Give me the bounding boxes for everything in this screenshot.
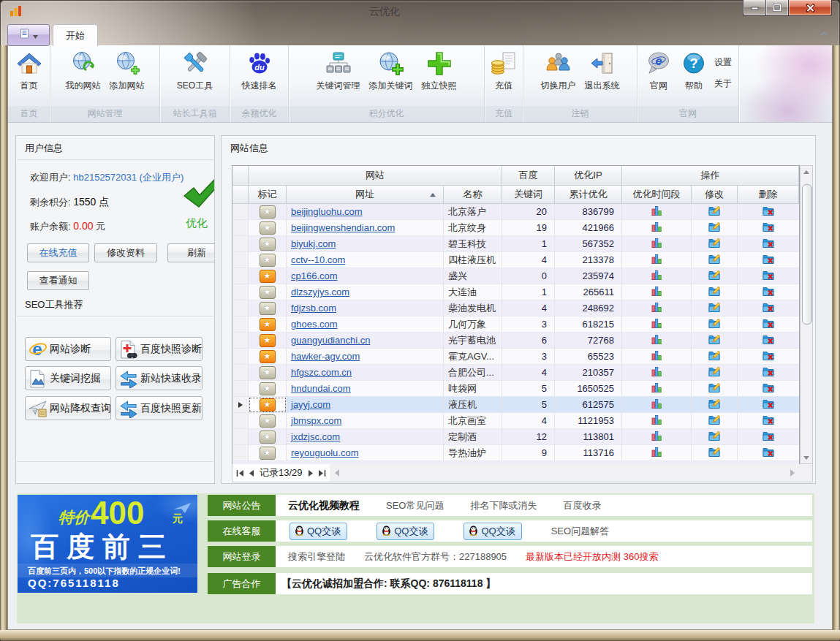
bottom-link[interactable]: 排名下降或消失	[470, 499, 537, 512]
star-toggle[interactable]: ★	[260, 366, 276, 379]
delete-icon[interactable]	[763, 382, 774, 396]
delete-icon[interactable]	[763, 365, 774, 380]
table-row[interactable]: ★biyukj.com碧玉科技1567352	[232, 236, 799, 252]
star-toggle[interactable]: ★	[260, 350, 276, 363]
edit-icon[interactable]	[708, 349, 720, 364]
pager-prev-button[interactable]	[247, 469, 255, 477]
site-url-link[interactable]: guangyudianchi.cn	[291, 335, 370, 346]
table-row[interactable]: ★hndundai.com吨袋网51650525	[232, 381, 799, 397]
time-chart-icon[interactable]	[651, 253, 662, 268]
time-chart-icon[interactable]	[651, 285, 662, 300]
edit-icon[interactable]	[708, 398, 720, 412]
ribbon-button-fast-rank[interactable]: du快速排名	[238, 47, 281, 105]
edit-icon[interactable]	[708, 317, 720, 332]
star-toggle[interactable]: ★	[260, 254, 276, 267]
edit-icon[interactable]	[708, 446, 720, 460]
edit-icon[interactable]	[708, 269, 720, 284]
time-chart-icon[interactable]	[651, 237, 662, 251]
app-menu-button[interactable]	[7, 24, 50, 46]
ribbon-button-add-site[interactable]: 添加网站	[105, 47, 149, 105]
ribbon-button-add-keyword[interactable]: 添加关键词	[365, 47, 417, 105]
time-chart-icon[interactable]	[651, 414, 662, 428]
delete-icon[interactable]	[763, 446, 774, 460]
delete-icon[interactable]	[763, 269, 774, 284]
star-toggle[interactable]: ★	[260, 398, 276, 411]
time-chart-icon[interactable]	[651, 430, 662, 444]
column-header-6[interactable]: 修改	[692, 186, 738, 204]
time-chart-icon[interactable]	[651, 317, 662, 332]
star-toggle[interactable]: ★	[260, 270, 276, 283]
star-toggle[interactable]: ★	[260, 431, 276, 444]
column-header-7[interactable]: 删除	[738, 186, 799, 204]
ribbon-collapse-icon[interactable]	[817, 29, 830, 39]
site-url-link[interactable]: beijingwenshendian.com	[291, 222, 395, 233]
column-header-5[interactable]: 优化时间段	[622, 186, 692, 204]
pager-next-button[interactable]	[307, 469, 315, 477]
table-row[interactable]: ★cctv--10.com四柱液压机4213378	[232, 252, 799, 268]
ribbon-button-home[interactable]: 首页	[12, 47, 47, 105]
site-url-link[interactable]: hndundai.com	[291, 383, 351, 394]
bottom-link[interactable]: 搜索引擎登陆	[288, 550, 345, 564]
table-row[interactable]: ★jxdzjsc.com定制酒12113801	[232, 429, 799, 445]
bottom-link[interactable]: SEO常见问题	[386, 499, 444, 512]
bottom-link[interactable]: 最新版本已经开放内测 360搜索	[526, 550, 658, 564]
minimize-button[interactable]	[743, 0, 765, 16]
time-chart-icon[interactable]	[651, 269, 662, 284]
ribbon-button-official-site[interactable]: e官网	[641, 47, 676, 105]
site-url-link[interactable]: fdjzsb.com	[291, 303, 336, 314]
time-chart-icon[interactable]	[651, 365, 662, 380]
delete-icon[interactable]	[763, 333, 774, 348]
star-toggle[interactable]: ★	[260, 414, 276, 428]
edit-icon[interactable]	[708, 285, 720, 300]
star-toggle[interactable]: ★	[260, 221, 276, 235]
site-downgrade-check-button[interactable]: 网站降权查询	[25, 396, 111, 420]
edit-icon[interactable]	[708, 205, 720, 219]
new-site-index-button[interactable]: 新站快速收录	[116, 366, 203, 390]
ribbon-button-switch-user[interactable]: 切换用户	[537, 47, 580, 105]
star-toggle[interactable]: ★	[260, 447, 276, 460]
table-row[interactable]: ★hawker-agv.com霍克AGV...365523	[232, 349, 799, 365]
site-url-link[interactable]: dlzszyjys.com	[291, 287, 349, 297]
site-url-link[interactable]: jbmspx.com	[291, 415, 341, 426]
time-chart-icon[interactable]	[651, 333, 662, 348]
ribbon-button-recharge[interactable]: 充值	[486, 47, 521, 105]
edit-icon[interactable]	[708, 414, 720, 428]
baidu-snapshot-diagnose-button[interactable]: 百度快照诊断	[116, 337, 203, 361]
delete-icon[interactable]	[763, 285, 774, 300]
table-row[interactable]: ★guangyudianchi.cn光宇蓄电池672768	[232, 333, 799, 349]
table-row[interactable]: ★beijingwenshendian.com北京纹身19421966	[232, 220, 799, 236]
ribbon-button-my-sites[interactable]: 我的网站	[61, 47, 105, 105]
notifications-button[interactable]: 查看通知	[27, 271, 89, 290]
site-url-link[interactable]: jayyj.com	[291, 399, 330, 410]
time-chart-icon[interactable]	[651, 349, 662, 364]
ad-banner[interactable]: 特价 400 元 百度前三 百度前三页内，500以下指数的正规企业词! QQ:7…	[18, 495, 197, 593]
star-toggle[interactable]: ★	[260, 205, 276, 219]
ribbon-button-about[interactable]: 关于	[711, 77, 735, 91]
close-button[interactable]	[789, 0, 832, 16]
table-row[interactable]: ★jbmspx.com北京画室41121953	[232, 413, 799, 429]
edit-profile-button[interactable]: 修改资料	[94, 243, 157, 262]
table-row[interactable]: ★beijingluohu.com北京落户20836799	[232, 204, 799, 220]
table-row[interactable]: ★dlzszyjys.com大连油1265611	[232, 284, 799, 300]
site-url-link[interactable]: reyouguolu.com	[291, 447, 359, 458]
site-url-link[interactable]: cp166.com	[291, 270, 338, 281]
bottom-link[interactable]: 云优化视频教程	[288, 499, 360, 512]
table-row[interactable]: ★ghoes.com几何万象3618215	[232, 316, 799, 333]
site-url-link[interactable]: hawker-agv.com	[291, 351, 360, 362]
column-header-4[interactable]: 累计优化	[555, 186, 622, 204]
site-url-link[interactable]: beijingluohu.com	[291, 206, 363, 217]
refresh-button[interactable]: 刷新	[167, 243, 215, 262]
table-scrollbar[interactable]	[800, 165, 813, 464]
time-chart-icon[interactable]	[651, 446, 662, 460]
bottom-link[interactable]: 百度收录	[563, 499, 601, 512]
site-url-link[interactable]: biyukj.com	[291, 238, 336, 249]
star-toggle[interactable]: ★	[260, 334, 276, 347]
table-row[interactable]: ★reyouguolu.com导热油炉9113716	[232, 445, 799, 461]
edit-icon[interactable]	[708, 382, 720, 396]
edit-icon[interactable]	[708, 365, 720, 380]
ribbon-button-snapshot[interactable]: 独立快照	[417, 47, 461, 105]
keyword-dig-button[interactable]: 关键词挖掘	[25, 366, 111, 390]
delete-icon[interactable]	[763, 349, 774, 364]
time-chart-icon[interactable]	[651, 205, 662, 219]
recharge-button[interactable]: 在线充值	[27, 243, 89, 262]
